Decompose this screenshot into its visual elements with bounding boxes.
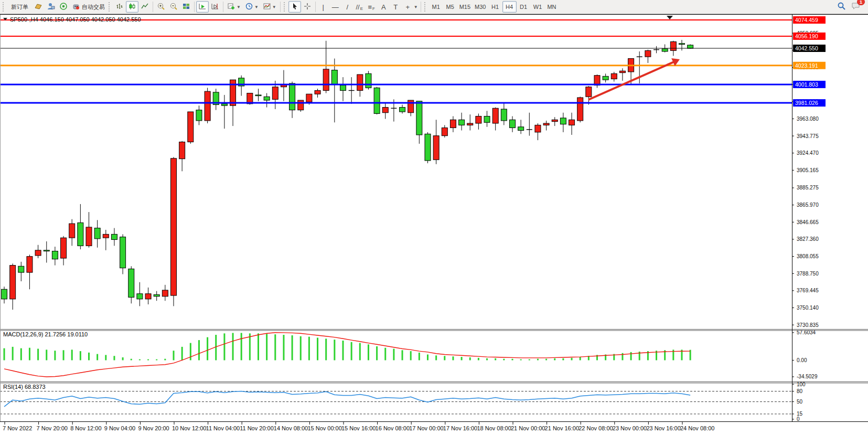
candle-body: [492, 108, 498, 123]
signals-button[interactable]: [57, 1, 70, 13]
trendline-tool-button[interactable]: /: [341, 1, 353, 13]
macd-bar: [54, 351, 56, 360]
vertical-line-tool-button[interactable]: |: [317, 1, 329, 13]
candle-body: [560, 118, 566, 124]
fibonacci-tool-button[interactable]: ≡F: [366, 1, 378, 13]
community-button[interactable]: [45, 1, 57, 13]
templates-button[interactable]: ▼: [261, 1, 278, 13]
chart-shift-icon: [211, 2, 219, 12]
candle-body: [27, 257, 33, 272]
text-tool-button[interactable]: A: [378, 1, 390, 13]
draw-tools-group: |—///E≡FAT+: [317, 1, 414, 13]
candle-body: [484, 116, 490, 122]
toolbar-grip[interactable]: [3, 2, 5, 12]
timeframe-button-H4[interactable]: H4: [502, 1, 517, 13]
indicators-button[interactable]: ▼: [225, 1, 243, 13]
timeframe-button-H1[interactable]: H1: [488, 1, 502, 13]
time-axis-label: 9 Nov 20:00: [138, 425, 169, 431]
price-axis-label: 3963.080: [797, 116, 819, 122]
candle-body: [315, 90, 320, 94]
candle-body: [382, 108, 388, 113]
timeframe-button-D1[interactable]: D1: [517, 1, 531, 13]
chart-area[interactable]: 4059.6054040.3004020.9954001.6903982.385…: [0, 14, 868, 434]
macd-bar: [20, 348, 22, 361]
indicators-add-icon: [227, 2, 235, 12]
price-badge-label: 4042.550: [795, 45, 818, 51]
toolbar-separator: [223, 2, 223, 12]
cursor-button[interactable]: [288, 1, 301, 13]
time-axis-label: 24 Nov 08:00: [680, 425, 714, 431]
bar-chart-button[interactable]: [113, 1, 126, 13]
timeframe-button-M15[interactable]: M15: [457, 1, 473, 13]
zoom-in-button[interactable]: [155, 1, 167, 13]
toolbar-grip[interactable]: [109, 2, 111, 12]
zoom-out-button[interactable]: [167, 1, 180, 13]
signal-radar-icon: [59, 2, 68, 12]
market-button[interactable]: [32, 1, 45, 13]
timeframe-button-M30[interactable]: M30: [473, 1, 488, 13]
candle-body: [103, 234, 109, 238]
timeframe-button-M1[interactable]: M1: [429, 1, 443, 13]
arrows-tool-button[interactable]: +: [402, 1, 414, 13]
line-chart-button[interactable]: [138, 1, 151, 13]
macd-bar: [258, 333, 259, 360]
macd-bar: [495, 358, 496, 361]
macd-bar: [300, 336, 302, 361]
time-axis-label: 10 Nov 12:00: [172, 425, 206, 431]
timeframe-button-MN[interactable]: MN: [545, 1, 559, 13]
candle-body: [400, 108, 405, 112]
macd-bar: [29, 348, 30, 361]
equidistant-channel-tool-icon: //: [356, 3, 359, 11]
candle-body: [35, 250, 41, 256]
macd-axis-label: -34.5029: [797, 374, 818, 379]
zoom-in-icon: [157, 2, 165, 12]
text-label-tool-button[interactable]: T: [390, 1, 402, 13]
tile-windows-icon: [182, 2, 190, 12]
auto-scroll-button[interactable]: [196, 1, 209, 13]
chevron-down-icon: ▼: [272, 5, 276, 9]
chart-shift-button[interactable]: [209, 1, 221, 13]
text-tool-icon: A: [381, 3, 386, 11]
macd-bar: [529, 359, 530, 361]
toolbar-grip[interactable]: [284, 2, 286, 12]
candlestick-chart-button[interactable]: [126, 1, 138, 13]
autotrading-button[interactable]: 自动交易: [70, 1, 107, 13]
timeframe-button-W1[interactable]: W1: [531, 1, 545, 13]
search-icon[interactable]: [837, 2, 846, 13]
time-axis-label: 22 Nov 08:00: [578, 425, 613, 431]
price-badge-label: 4001.803: [795, 81, 818, 88]
candle-body: [179, 142, 185, 159]
template-chart-icon: [263, 2, 271, 12]
auto-scroll-icon: [198, 2, 207, 12]
macd-bar: [393, 349, 394, 361]
candle-body: [18, 266, 24, 272]
candle-body: [416, 101, 422, 135]
notifications-button[interactable]: 1: [851, 2, 861, 12]
equidistant-channel-tool-button[interactable]: //E: [353, 1, 366, 13]
toolbar-grip[interactable]: [424, 2, 426, 12]
macd-bar: [223, 333, 225, 360]
macd-bar: [292, 335, 293, 360]
tile-windows-button[interactable]: [180, 1, 192, 13]
candle-body: [171, 158, 177, 295]
candle-body: [569, 120, 575, 125]
fibonacci-tool-icon: ≡: [368, 3, 372, 11]
time-axis-label: 16 Nov 08:00: [376, 425, 410, 431]
price-axis-label: 3865.970: [797, 202, 819, 208]
periods-button[interactable]: ▼: [243, 1, 261, 13]
candle-body: [264, 97, 270, 100]
crosshair-button[interactable]: [301, 1, 314, 13]
horizontal-line-tool-button[interactable]: —: [329, 1, 341, 13]
macd-bar: [435, 355, 437, 360]
candle-body: [94, 228, 100, 239]
macd-bar: [88, 353, 90, 361]
price-axis-label: 3827.360: [797, 236, 819, 242]
cursor-arrow-icon: [291, 2, 299, 12]
macd-bar: [376, 346, 378, 360]
macd-bar: [80, 351, 81, 360]
new-order-button[interactable]: 新订单: [7, 1, 32, 13]
macd-bar: [97, 354, 98, 361]
time-axis-label: 15 Nov 00:00: [307, 425, 341, 431]
timeframe-button-M5[interactable]: M5: [443, 1, 457, 13]
time-axis-label: 18 Nov 08:00: [477, 425, 511, 431]
